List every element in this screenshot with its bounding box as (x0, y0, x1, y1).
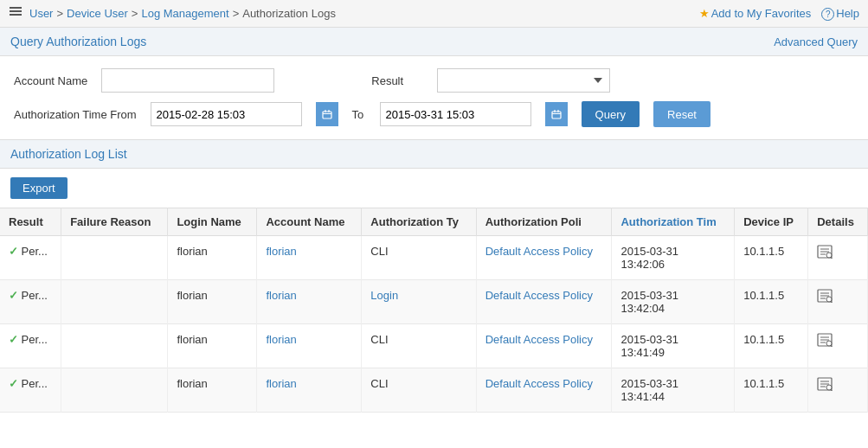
breadcrumb-log-management[interactable]: Log Management (141, 7, 228, 20)
cell-failure-reason (61, 236, 168, 280)
account-name-link[interactable]: florian (266, 377, 296, 390)
auth-policy-link[interactable]: Default Access Policy (485, 333, 593, 346)
col-auth-type: Authorization Ty (362, 208, 476, 236)
auth-policy-link[interactable]: Default Access Policy (485, 245, 593, 258)
log-section-header: Authorization Log List (0, 140, 868, 169)
breadcrumb-sep1: > (56, 7, 63, 20)
svg-rect-0 (10, 7, 22, 9)
svg-point-27 (826, 341, 832, 346)
auth-time-from-label: Authorization Time From (14, 108, 137, 121)
cell-failure-reason (61, 368, 168, 413)
auth-type-link[interactable]: Login (370, 289, 398, 302)
account-name-link[interactable]: florian (266, 289, 296, 302)
add-to-favorites-link[interactable]: ★Add to My Favorites (699, 7, 812, 20)
cell-result: ✓ Per... (0, 368, 61, 413)
cell-failure-reason (61, 324, 168, 368)
top-nav-right: ★Add to My Favorites ?Help (699, 7, 859, 21)
breadcrumb-device-user[interactable]: Device User (67, 7, 128, 20)
cell-account-name[interactable]: florian (257, 236, 362, 280)
cell-result: ✓ Per... (0, 324, 61, 368)
account-name-input[interactable] (101, 68, 274, 93)
export-button[interactable]: Export (10, 177, 68, 199)
log-section: Authorization Log List Export Result Fai… (0, 140, 868, 413)
svg-point-21 (826, 297, 832, 302)
nav-icon (9, 5, 23, 22)
details-icon[interactable] (817, 335, 833, 349)
cal-to-button[interactable] (545, 102, 568, 126)
result-select[interactable]: Permit Deny (437, 68, 610, 93)
account-name-link[interactable]: florian (266, 333, 296, 346)
cell-details[interactable] (808, 236, 868, 280)
cell-login-name: florian (168, 280, 257, 324)
details-icon[interactable] (817, 246, 833, 261)
cell-result: ✓ Per... (0, 236, 61, 280)
col-login-name: Login Name (168, 208, 257, 236)
col-auth-time: Authorization Tim (612, 208, 735, 236)
cell-auth-type: CLI (362, 324, 476, 368)
breadcrumb-sep3: > (233, 7, 240, 20)
breadcrumb-auth-logs: Authorization Logs (242, 7, 336, 20)
cal-from-button[interactable] (316, 102, 338, 126)
auth-time-to-input[interactable]: 2015-03-31 15:03 (380, 102, 531, 126)
account-name-label: Account Name (14, 74, 87, 87)
table-row: ✓ Per...florianflorianCLIDefault Access … (0, 368, 868, 413)
cell-auth-policy[interactable]: Default Access Policy (476, 280, 612, 324)
cell-device-ip: 10.1.1.5 (735, 280, 808, 324)
cell-login-name: florian (168, 236, 257, 280)
col-failure-reason: Failure Reason (61, 208, 168, 236)
cell-device-ip: 10.1.1.5 (735, 368, 808, 413)
cell-account-name[interactable]: florian (257, 324, 362, 368)
cell-auth-policy[interactable]: Default Access Policy (476, 324, 612, 368)
table-row: ✓ Per...florianflorianLoginDefault Acces… (0, 280, 868, 324)
cell-result: ✓ Per... (0, 280, 61, 324)
cell-auth-type: Login (362, 280, 476, 324)
help-link[interactable]: ?Help (821, 7, 859, 21)
cell-details[interactable] (808, 368, 868, 413)
col-details: Details (808, 208, 868, 236)
cell-auth-time: 2015-03-3113:41:49 (612, 324, 735, 368)
table-row: ✓ Per...florianflorianCLIDefault Access … (0, 236, 868, 280)
auth-policy-link[interactable]: Default Access Policy (485, 377, 593, 390)
auth-time-from-input[interactable]: 2015-02-28 15:03 (151, 102, 302, 126)
svg-rect-2 (10, 14, 22, 16)
cell-login-name: florian (168, 324, 257, 368)
advanced-query-link[interactable]: Advanced Query (774, 35, 858, 48)
cell-account-name[interactable]: florian (257, 368, 362, 413)
cell-failure-reason (61, 280, 168, 324)
svg-rect-1 (10, 10, 22, 12)
breadcrumb: User > Device User > Log Management > Au… (9, 5, 336, 22)
cell-auth-type: CLI (362, 368, 476, 413)
cell-login-name: florian (168, 368, 257, 413)
cell-auth-policy[interactable]: Default Access Policy (476, 368, 612, 413)
cell-auth-time: 2015-03-3113:42:06 (612, 236, 735, 280)
cell-auth-time: 2015-03-3113:41:44 (612, 368, 735, 413)
cell-details[interactable] (808, 324, 868, 368)
table-header-row: Result Failure Reason Login Name Account… (0, 208, 868, 236)
auth-policy-link[interactable]: Default Access Policy (485, 289, 593, 302)
top-nav: User > Device User > Log Management > Au… (0, 0, 868, 28)
breadcrumb-sep2: > (132, 7, 138, 20)
svg-rect-3 (323, 112, 331, 118)
svg-rect-7 (552, 112, 561, 118)
breadcrumb-user[interactable]: User (29, 7, 53, 20)
to-label: To (352, 108, 366, 121)
query-form: Account Name Result Permit Deny Authoriz… (0, 56, 868, 140)
query-button[interactable]: Query (582, 101, 640, 127)
details-icon[interactable] (817, 291, 833, 305)
table-row: ✓ Per...florianflorianCLIDefault Access … (0, 324, 868, 368)
query-section-header: Query Authorization Logs Advanced Query (0, 28, 868, 56)
cell-account-name[interactable]: florian (257, 280, 362, 324)
cell-auth-type: CLI (362, 236, 476, 280)
col-auth-policy: Authorization Poli (476, 208, 612, 236)
cell-auth-policy[interactable]: Default Access Policy (476, 236, 612, 280)
star-icon: ★ (699, 7, 710, 20)
col-result: Result (0, 208, 61, 236)
reset-button[interactable]: Reset (653, 101, 710, 127)
query-section-title: Query Authorization Logs (10, 35, 146, 48)
account-name-link[interactable]: florian (266, 245, 296, 258)
cell-device-ip: 10.1.1.5 (735, 236, 808, 280)
details-icon[interactable] (817, 379, 833, 394)
cell-details[interactable] (808, 280, 868, 324)
log-table: Result Failure Reason Login Name Account… (0, 208, 868, 413)
result-label: Result (371, 74, 423, 87)
